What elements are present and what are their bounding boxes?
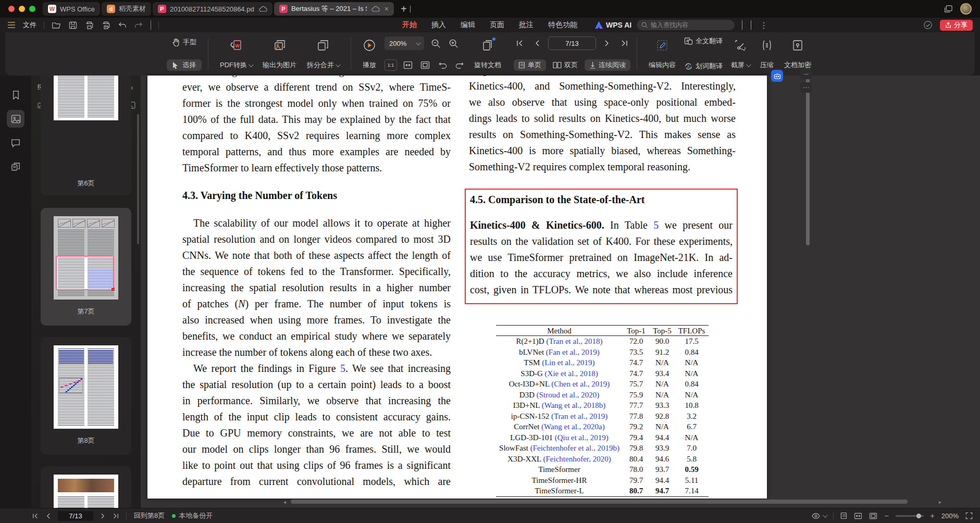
next-page-icon[interactable]	[601, 38, 613, 49]
first-page-icon[interactable]	[32, 513, 39, 519]
zoom-slider-knob[interactable]	[916, 514, 921, 518]
last-page-icon[interactable]	[618, 38, 630, 49]
fit-page-view-icon[interactable]	[869, 513, 877, 519]
save-icon[interactable]	[69, 21, 77, 29]
split-merge-button[interactable]: 拆分合并	[302, 36, 344, 71]
find-next-icon[interactable]	[751, 20, 751, 30]
redo-icon[interactable]	[134, 21, 143, 29]
ribbon-tab[interactable]: 编辑	[461, 20, 475, 30]
double-page-mode-button[interactable]: 双页	[548, 59, 582, 71]
encrypt-document-button[interactable]: 文档加密	[779, 36, 816, 71]
wps-ai-floating-button[interactable]	[771, 70, 783, 82]
fit-width-icon[interactable]	[402, 59, 414, 71]
status-zoom-level[interactable]: 200%	[941, 512, 959, 520]
rotate-right-icon[interactable]	[453, 59, 466, 71]
eye-protection-icon[interactable]	[811, 513, 826, 519]
single-page-view-icon[interactable]	[840, 512, 847, 519]
minimize-window-button[interactable]	[19, 6, 25, 12]
scroll-left-arrow-icon[interactable]: ◂	[283, 499, 290, 505]
wps-ai-button[interactable]: WPS AI	[595, 18, 631, 32]
fullscreen-icon[interactable]	[965, 512, 973, 519]
scroll-right-arrow-icon[interactable]: ▸	[939, 499, 945, 505]
previous-page-icon[interactable]	[531, 38, 543, 49]
ribbon-tab[interactable]: 页面	[490, 20, 504, 30]
zoom-out-icon[interactable]	[429, 38, 442, 49]
fit-page-icon[interactable]	[419, 59, 431, 71]
close-tab-icon[interactable]: ×	[384, 5, 389, 13]
export-as-image-button[interactable]: 输出为图片	[257, 36, 302, 71]
hamburger-menu-icon[interactable]	[7, 22, 16, 28]
tab-docer[interactable]: d 稻壳素材	[102, 2, 151, 16]
hand-tool-button[interactable]: 手型	[167, 36, 202, 48]
compress-button[interactable]: 压缩	[755, 36, 779, 71]
comments-panel-button[interactable]	[7, 134, 24, 152]
viewport-indicator[interactable]	[56, 256, 114, 290]
page-number-input[interactable]: 7/13	[548, 36, 596, 50]
back-to-page-button[interactable]: 回到第8页	[134, 511, 165, 520]
search-input[interactable]	[651, 21, 724, 29]
extract-pages-button[interactable]: W	[7, 158, 24, 176]
full-text-translate-button[interactable]: A 全文翻译	[684, 36, 723, 46]
find-previous-icon[interactable]	[742, 20, 742, 30]
actual-size-button[interactable]: 1:1	[384, 59, 397, 71]
undo-history-chevron-icon[interactable]	[151, 20, 151, 30]
status-page-indicator[interactable]: 7/13	[58, 511, 93, 521]
thumbnails-panel-button[interactable]	[7, 110, 24, 128]
panel-scrollbar[interactable]	[137, 114, 139, 244]
thumbnail-page-6[interactable]: 第6页	[41, 76, 131, 195]
window-copy-icon[interactable]	[944, 5, 953, 13]
select-tool-button[interactable]: 选择	[167, 59, 202, 71]
print-setup-icon[interactable]	[102, 21, 110, 29]
horizontal-scrollbar[interactable]: ◂ ▸	[283, 499, 945, 505]
continuous-reading-button[interactable]: 连续阅读	[585, 59, 630, 71]
zoom-in-icon[interactable]: +	[931, 512, 935, 520]
tab-wps-office[interactable]: W WPS Office	[43, 2, 100, 16]
thumbnail-page-7-selected[interactable]: 第7页	[41, 208, 131, 326]
pdf-convert-button[interactable]: W PDF转换	[215, 36, 257, 71]
new-tab-button[interactable]: +	[401, 3, 407, 15]
zoom-slider[interactable]	[896, 515, 924, 517]
edit-content-button[interactable]: 编辑内容	[643, 36, 681, 71]
first-page-icon[interactable]	[514, 38, 526, 49]
last-page-icon[interactable]	[113, 513, 119, 519]
zoom-level-dropdown[interactable]: 200%	[384, 36, 424, 50]
thumbnail-page-8[interactable]: 第8页	[41, 337, 131, 455]
vertical-scrollbar-thumb[interactable]	[806, 79, 810, 245]
tab-bertasius-pdf[interactable]: P Bertasius 等 – 2021 – Is Sp ×	[274, 2, 394, 16]
thumbnail-page-9-partial[interactable]	[41, 466, 131, 508]
zoom-out-icon[interactable]: −	[884, 512, 888, 520]
user-avatar[interactable]	[960, 3, 972, 15]
more-options-icon[interactable]: ⋮	[760, 20, 768, 30]
zoom-in-icon[interactable]	[447, 38, 460, 49]
word-translate-button[interactable]: A 划词翻译	[684, 61, 723, 71]
more-tools-button[interactable]: ⋯	[800, 82, 812, 93]
next-page-icon[interactable]	[101, 513, 105, 519]
open-file-icon[interactable]	[52, 21, 61, 29]
print-icon[interactable]	[85, 21, 94, 29]
single-page-mode-button[interactable]: 单页	[514, 59, 546, 71]
local-backup-status[interactable]: 本地备份开	[172, 511, 213, 520]
ribbon-tab[interactable]: 开始	[402, 20, 417, 30]
ribbon-tab[interactable]: 批注	[519, 20, 534, 30]
undo-icon[interactable]	[118, 21, 127, 29]
rotate-document-button[interactable]: 旋转文档	[469, 36, 506, 71]
ribbon-tab[interactable]: 插入	[431, 20, 446, 30]
red-annotation-box[interactable]: 4.5. Comparison to the State-of-the-Art …	[465, 189, 738, 304]
tab-list-chevron-icon[interactable]	[410, 6, 411, 12]
fit-width-view-icon[interactable]	[854, 513, 862, 519]
horizontal-scrollbar-thumb[interactable]	[291, 500, 908, 504]
share-button[interactable]: 分享	[940, 20, 973, 31]
cloud-sync-status-icon[interactable]	[923, 20, 933, 30]
rotate-left-icon[interactable]	[436, 59, 449, 71]
search-box[interactable]	[637, 20, 735, 30]
file-menu[interactable]: 文件	[23, 20, 36, 30]
bookmarks-panel-button[interactable]	[7, 86, 24, 104]
play-presentation-button[interactable]: 播放	[357, 36, 381, 71]
previous-page-icon[interactable]	[46, 513, 51, 519]
screenshot-button[interactable]: 截屏	[726, 36, 755, 71]
close-window-button[interactable]	[8, 6, 15, 12]
tab-pdf-document[interactable]: P 20100827112458520864.pdf	[153, 2, 272, 16]
ribbon-tab[interactable]: 特色功能	[548, 20, 577, 30]
collapse-toolbar-button[interactable]: —	[800, 69, 812, 79]
maximize-window-button[interactable]	[29, 6, 35, 12]
